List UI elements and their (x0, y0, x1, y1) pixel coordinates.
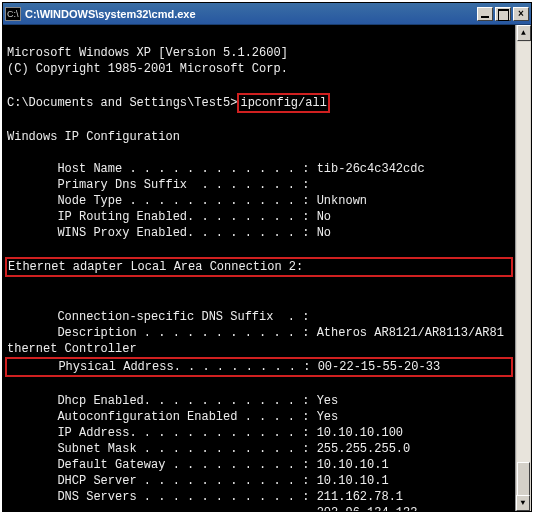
maximize-button[interactable] (495, 7, 511, 21)
scroll-up-button[interactable]: ▲ (517, 25, 531, 41)
primarydns-row: Primary Dns Suffix . . . . . . . : (7, 178, 309, 192)
os-header: Microsoft Windows XP [Version 5.1.2600] (7, 46, 288, 60)
window-controls: × (477, 7, 529, 21)
vertical-scrollbar[interactable]: ▲ ▼ (515, 25, 531, 511)
copyright: (C) Copyright 1985-2001 Microsoft Corp. (7, 62, 288, 76)
scroll-down-button[interactable]: ▼ (516, 495, 530, 511)
physaddr-highlight: Physical Address. . . . . . . . . : 00-2… (5, 357, 513, 377)
cmd-icon: C:\ (5, 7, 21, 21)
iprouting-row: IP Routing Enabled. . . . . . . . : No (7, 210, 331, 224)
connsuffix-row: Connection-specific DNS Suffix . : (7, 310, 309, 324)
minimize-button[interactable] (477, 7, 493, 21)
adapter-header: Ethernet adapter Local Area Connection 2… (8, 260, 303, 274)
adapter-header-highlight: Ethernet adapter Local Area Connection 2… (5, 257, 513, 277)
dhcpsrv-row: DHCP Server . . . . . . . . . . . : 10.1… (7, 474, 389, 488)
titlebar[interactable]: C:\ C:\WINDOWS\system32\cmd.exe × (3, 3, 531, 25)
autocfg-row: Autoconfiguration Enabled . . . . : Yes (7, 410, 338, 424)
subnet-row: Subnet Mask . . . . . . . . . . . : 255.… (7, 442, 410, 456)
dnssrv-row1: DNS Servers . . . . . . . . . . . : 211.… (7, 490, 403, 504)
command-text: ipconfig/all (240, 96, 326, 110)
hostname-row: Host Name . . . . . . . . . . . . : tib-… (7, 162, 425, 176)
scroll-track[interactable] (517, 42, 530, 494)
scroll-thumb[interactable] (517, 462, 530, 498)
cmd-window: C:\ C:\WINDOWS\system32\cmd.exe × Micros… (2, 2, 532, 512)
client-area: Microsoft Windows XP [Version 5.1.2600] … (3, 25, 531, 511)
prompt: C:\Documents and Settings\Test5> (7, 96, 237, 110)
ipaddr-row: IP Address. . . . . . . . . . . . : 10.1… (7, 426, 403, 440)
physaddr-row: Physical Address. . . . . . . . . : 00-2… (8, 360, 440, 374)
description-row: Description . . . . . . . . . . . : Athe… (7, 326, 504, 340)
close-button[interactable]: × (513, 7, 529, 21)
ipconfig-header: Windows IP Configuration (7, 130, 180, 144)
console-output[interactable]: Microsoft Windows XP [Version 5.1.2600] … (3, 25, 515, 511)
description-cont: thernet Controller (7, 342, 137, 356)
command-highlight: ipconfig/all (237, 93, 329, 113)
dhcp-row: Dhcp Enabled. . . . . . . . . . . : Yes (7, 394, 338, 408)
window-title: C:\WINDOWS\system32\cmd.exe (25, 8, 477, 20)
gateway-row: Default Gateway . . . . . . . . . : 10.1… (7, 458, 389, 472)
winsproxy-row: WINS Proxy Enabled. . . . . . . . : No (7, 226, 331, 240)
dnssrv-row2: 202.96.134.133 (7, 506, 417, 511)
nodetype-row: Node Type . . . . . . . . . . . . : Unkn… (7, 194, 367, 208)
